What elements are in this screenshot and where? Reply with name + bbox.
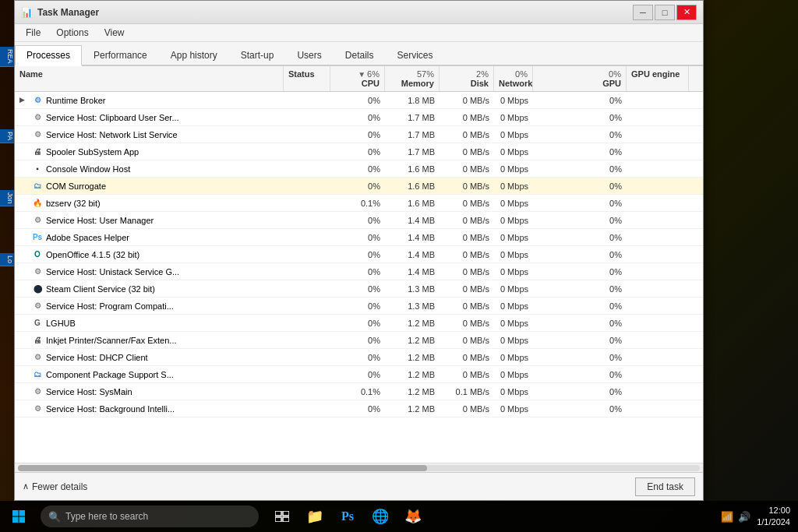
col-disk[interactable]: 2% Disk [440, 66, 494, 91]
menu-file[interactable]: File [19, 26, 47, 40]
col-memory[interactable]: 57% Memory [385, 66, 440, 91]
tab-users[interactable]: Users [285, 45, 333, 66]
taskbar-right: 📶 🔊 12:00 1/1/2024 [721, 505, 798, 529]
side-item-jon[interactable]: Jon [0, 190, 16, 207]
network-icon[interactable]: 📶 [721, 511, 733, 523]
cell-name: ⚙ Service Host: Background Intelli... [15, 402, 284, 416]
tab-app-history[interactable]: App history [159, 45, 229, 66]
expand-icon[interactable] [19, 284, 29, 294]
table-row[interactable]: ⚙ Service Host: DHCP Client 0% 1.2 MB 0 … [15, 349, 703, 366]
side-item-lo[interactable]: Lo [0, 253, 16, 266]
table-row[interactable]: ⚙ Service Host: SysMain 0.1% 1.2 MB 0.1 … [15, 383, 703, 400]
tab-performance[interactable]: Performance [82, 45, 159, 66]
expand-icon[interactable] [19, 250, 29, 259]
table-row[interactable]: Ps Adobe Spaces Helper 0% 1.4 MB 0 MB/s … [15, 229, 703, 246]
expand-icon[interactable] [19, 130, 29, 139]
photoshop-icon[interactable]: Ps [332, 501, 363, 532]
table-row[interactable]: ⚙ Service Host: Unistack Service G... 0%… [15, 263, 703, 280]
table-row[interactable]: ⚙ Service Host: Program Compati... 0% 1.… [15, 298, 703, 315]
cell-cpu: 0% [330, 111, 385, 124]
col-gpu-engine[interactable]: GPU engine [627, 66, 689, 91]
clock-display[interactable]: 12:00 1/1/2024 [757, 505, 790, 529]
cell-name: ⚙ Service Host: SysMain [15, 385, 284, 399]
expand-icon[interactable] [19, 147, 29, 157]
content-area: Name Status ▼ 6% CPU 57% Memory 2% Disk [15, 66, 703, 472]
svg-rect-4 [275, 511, 281, 516]
table-header: Name Status ▼ 6% CPU 57% Memory 2% Disk [15, 66, 703, 92]
process-icon: 🖨 [32, 335, 43, 346]
expand-icon[interactable] [19, 319, 29, 328]
side-item-rea[interactable]: REA [0, 47, 16, 67]
file-explorer-icon[interactable]: 📁 [299, 501, 330, 532]
cell-status [284, 202, 330, 205]
cell-disk: 0 MB/s [440, 300, 494, 312]
cell-gpu: 0% [533, 231, 627, 244]
table-row[interactable]: 🔥 bzserv (32 bit) 0.1% 1.6 MB 0 MB/s 0 M… [15, 195, 703, 212]
minimize-button[interactable]: ─ [633, 5, 653, 20]
table-row[interactable]: ⬤ Steam Client Service (32 bit) 0% 1.3 M… [15, 280, 703, 298]
table-row[interactable]: 🗂 Component Package Support S... 0% 1.2 … [15, 366, 703, 383]
menu-options[interactable]: Options [50, 26, 94, 40]
col-gpu-label: GPU [602, 79, 621, 88]
tab-startup[interactable]: Start-up [229, 45, 286, 66]
side-item-pa[interactable]: PA [0, 129, 16, 143]
expand-icon[interactable] [19, 353, 29, 362]
col-cpu[interactable]: ▼ 6% CPU [330, 66, 385, 91]
table-row[interactable]: G LGHUB 0% 1.2 MB 0 MB/s 0 Mbps 0% [15, 315, 703, 332]
table-row[interactable]: ⚙ Service Host: User Manager 0% 1.4 MB 0… [15, 212, 703, 229]
cell-name: ⚙ Service Host: Unistack Service G... [15, 265, 284, 279]
col-name[interactable]: Name [15, 66, 284, 91]
table-row[interactable]: ▪ Console Window Host 0% 1.6 MB 0 MB/s 0… [15, 160, 703, 178]
close-button[interactable]: ✕ [676, 5, 697, 20]
menu-view[interactable]: View [98, 26, 131, 40]
cell-disk: 0 MB/s [440, 351, 494, 364]
maximize-button[interactable]: □ [655, 5, 675, 20]
expand-icon[interactable] [19, 233, 29, 242]
tab-processes[interactable]: Processes [15, 45, 82, 66]
expand-icon[interactable] [19, 216, 29, 225]
cell-gpu-engine [627, 407, 689, 410]
table-row[interactable]: 🖨 Spooler SubSystem App 0% 1.7 MB 0 MB/s… [15, 143, 703, 160]
svg-rect-1 [19, 510, 26, 516]
table-row[interactable]: 🖨 Inkjet Printer/Scanner/Fax Exten... 0%… [15, 332, 703, 349]
cell-disk: 0 MB/s [440, 197, 494, 210]
tab-services[interactable]: Services [385, 45, 444, 66]
volume-icon[interactable]: 🔊 [738, 511, 750, 523]
col-gpu-pct: 0% [609, 69, 621, 79]
scrollbar-thumb[interactable] [18, 465, 427, 471]
start-button[interactable] [0, 501, 37, 532]
title-bar: 📊 Task Manager ─ □ ✕ [15, 1, 703, 24]
end-task-button[interactable]: End task [635, 477, 695, 496]
cell-gpu: 0% [533, 214, 627, 227]
table-row[interactable]: ⚙ Service Host: Network List Service 0% … [15, 126, 703, 143]
expand-icon[interactable] [19, 267, 29, 277]
table-row[interactable]: ⚙ Service Host: Clipboard User Ser... 0%… [15, 109, 703, 126]
cell-network: 0 Mbps [494, 248, 533, 261]
table-row[interactable]: O OpenOffice 4.1.5 (32 bit) 0% 1.4 MB 0 … [15, 246, 703, 263]
chrome-icon[interactable]: 🌐 [365, 501, 396, 532]
expand-icon[interactable] [19, 404, 29, 414]
process-table[interactable]: ▶ ⚙ Runtime Broker 0% 1.8 MB 0 MB/s 0 Mb… [15, 92, 703, 463]
expand-icon[interactable] [19, 387, 29, 396]
expand-icon[interactable] [19, 301, 29, 311]
table-row[interactable]: ▶ ⚙ Runtime Broker 0% 1.8 MB 0 MB/s 0 Mb… [15, 92, 703, 109]
scrollbar-track[interactable] [18, 465, 700, 471]
col-status[interactable]: Status [284, 66, 330, 91]
col-gpu[interactable]: 0% GPU [533, 66, 627, 91]
expand-icon[interactable]: ▶ [19, 96, 29, 105]
table-row[interactable]: 🗂 COM Surrogate 0% 1.6 MB 0 MB/s 0 Mbps … [15, 178, 703, 195]
expand-icon[interactable] [19, 181, 29, 191]
search-bar[interactable]: 🔍 Type here to search [41, 506, 259, 527]
fewer-details-button[interactable]: ∧ Fewer details [23, 481, 87, 492]
firefox-icon[interactable]: 🦊 [397, 501, 429, 532]
taskview-button[interactable] [267, 501, 298, 532]
expand-icon[interactable] [19, 336, 29, 345]
col-network[interactable]: 0% Network [494, 66, 533, 91]
expand-icon[interactable] [19, 199, 29, 208]
tab-details[interactable]: Details [334, 45, 386, 66]
table-row[interactable]: ⚙ Service Host: Background Intelli... 0%… [15, 400, 703, 417]
expand-icon[interactable] [19, 164, 29, 174]
expand-icon[interactable] [19, 370, 29, 379]
expand-icon[interactable] [19, 113, 29, 122]
horizontal-scrollbar[interactable] [15, 463, 703, 472]
